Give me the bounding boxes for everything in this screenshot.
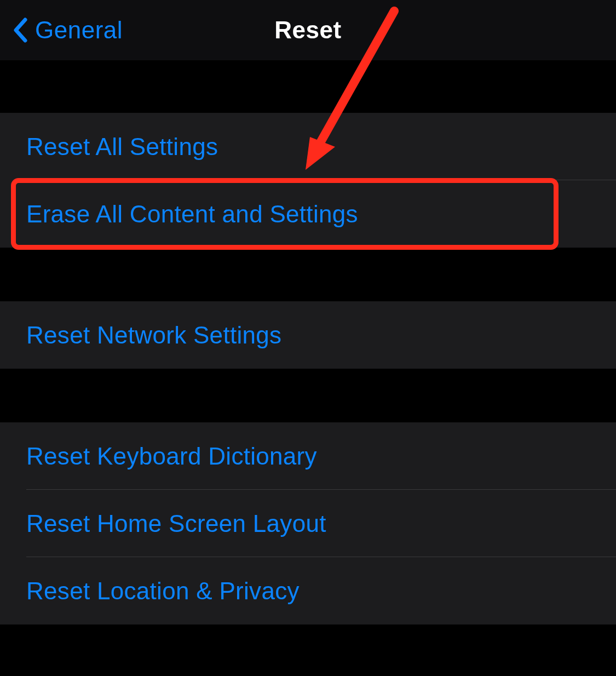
settings-group: Reset All Settings Erase All Content and… <box>0 113 616 248</box>
section-spacer <box>0 369 616 422</box>
reset-all-settings-item[interactable]: Reset All Settings <box>0 113 616 180</box>
back-label: General <box>35 16 123 44</box>
chevron-left-icon <box>12 16 28 44</box>
list-item-label: Reset Location & Privacy <box>26 577 300 605</box>
settings-group: Reset Keyboard Dictionary Reset Home Scr… <box>0 422 616 625</box>
list-item-label: Reset Keyboard Dictionary <box>26 443 317 470</box>
back-button[interactable]: General <box>0 16 123 44</box>
list-item-label: Reset Network Settings <box>26 322 281 349</box>
reset-location-privacy-item[interactable]: Reset Location & Privacy <box>0 557 616 625</box>
nav-bar: General Reset <box>0 0 616 60</box>
section-spacer <box>0 248 616 301</box>
list-item-label: Reset Home Screen Layout <box>26 510 326 537</box>
reset-keyboard-item[interactable]: Reset Keyboard Dictionary <box>0 422 616 490</box>
settings-group: Reset Network Settings <box>0 301 616 369</box>
section-spacer <box>0 60 616 113</box>
list-item-label: Reset All Settings <box>26 133 218 161</box>
erase-all-content-item[interactable]: Erase All Content and Settings <box>0 180 616 248</box>
list-item-label: Erase All Content and Settings <box>26 200 358 228</box>
page-title: Reset <box>274 16 341 44</box>
reset-home-screen-item[interactable]: Reset Home Screen Layout <box>0 490 616 557</box>
reset-network-item[interactable]: Reset Network Settings <box>0 301 616 369</box>
